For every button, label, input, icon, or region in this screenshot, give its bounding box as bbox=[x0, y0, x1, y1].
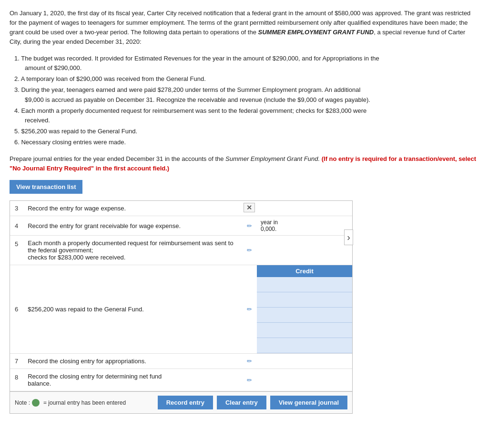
note-section: Note : = journal entry has been entered bbox=[15, 399, 154, 407]
year-in-text: year in0,000. bbox=[261, 219, 278, 232]
list-item: Necessary closing entries were made. bbox=[14, 138, 478, 148]
intro-paragraph: On January 1, 2020, the first day of its… bbox=[10, 9, 478, 47]
numbered-items: The budget was recorded. It provided for… bbox=[14, 54, 478, 148]
row-num: 8 bbox=[10, 369, 23, 391]
row-num: 3 bbox=[10, 201, 23, 216]
view-general-journal-button[interactable]: View general journal bbox=[270, 396, 347, 409]
close-x-container: ✕ bbox=[244, 204, 255, 211]
close-button[interactable]: ✕ bbox=[244, 203, 255, 212]
note-label: Note : bbox=[15, 399, 30, 406]
row-num: 6 bbox=[10, 265, 23, 354]
credit-input[interactable] bbox=[257, 277, 352, 292]
table-row: 3 Record the entry for wage expense. ✏ bbox=[10, 201, 352, 216]
table-row: 8 Record the closing entry for determini… bbox=[10, 369, 352, 391]
green-dot-icon bbox=[32, 399, 40, 407]
credit-input[interactable] bbox=[257, 323, 352, 338]
row-desc: Record the entry for wage expense. bbox=[23, 201, 242, 216]
table-row: 5 Each month a properly documented reque… bbox=[10, 236, 352, 265]
chevron-right-button[interactable]: › bbox=[344, 229, 353, 245]
credit-input[interactable] bbox=[257, 308, 352, 322]
edit-icon[interactable]: ✏ bbox=[242, 236, 257, 265]
list-item: Each month a properly documented request… bbox=[14, 106, 478, 126]
row-num: 5 bbox=[10, 236, 23, 265]
main-panel: 3 Record the entry for wage expense. ✏ 4… bbox=[10, 200, 353, 414]
row-desc: Record the closing entry for determining… bbox=[23, 369, 242, 391]
credit-row[interactable] bbox=[257, 323, 352, 338]
table-wrapper: 3 Record the entry for wage expense. ✏ 4… bbox=[10, 201, 352, 391]
table-row: 7 Record the closing entry for appropria… bbox=[10, 354, 352, 369]
list-item: The budget was recorded. It provided for… bbox=[14, 54, 478, 74]
table-row: 4 Record the entry for grant receivable … bbox=[10, 216, 352, 236]
record-entry-button[interactable]: Record entry bbox=[158, 396, 213, 409]
fund-name-italic: SUMMER EMPLOYMENT GRANT FUND bbox=[258, 29, 374, 36]
intro-section: On January 1, 2020, the first day of its… bbox=[10, 9, 478, 173]
bottom-bar: Note : = journal entry has been entered … bbox=[10, 391, 352, 413]
view-transaction-button[interactable]: View transaction list bbox=[10, 180, 82, 194]
row-desc: $256,200 was repaid to the General Fund. bbox=[23, 265, 242, 354]
row-desc: Each month a properly documented request… bbox=[23, 236, 242, 265]
credit-row[interactable] bbox=[257, 338, 352, 353]
edit-icon[interactable]: ✏ bbox=[242, 265, 257, 354]
credit-row[interactable] bbox=[257, 277, 352, 292]
list-item: During the year, teenagers earned and we… bbox=[14, 85, 478, 105]
edit-icon[interactable]: ✏ bbox=[242, 216, 257, 236]
transaction-table: 3 Record the entry for wage expense. ✏ 4… bbox=[10, 201, 352, 391]
clear-entry-button[interactable]: Clear entry bbox=[217, 396, 266, 409]
edit-icon[interactable]: ✏ bbox=[242, 354, 257, 369]
credit-row[interactable] bbox=[257, 292, 352, 308]
row-num: 4 bbox=[10, 216, 23, 236]
list-item: $256,200 was repaid to the General Fund. bbox=[14, 127, 478, 137]
row-num: 7 bbox=[10, 354, 23, 369]
edit-icon[interactable]: ✏ bbox=[242, 369, 257, 391]
credit-header: Credit bbox=[257, 265, 352, 277]
row-desc: Record the entry for grant receivable fo… bbox=[23, 216, 242, 236]
list-item: A temporary loan of $290,000 was receive… bbox=[14, 74, 478, 84]
note-desc: = journal entry has been entered bbox=[43, 399, 126, 406]
credit-input-area bbox=[257, 277, 352, 353]
table-row: 6 $256,200 was repaid to the General Fun… bbox=[10, 265, 352, 354]
credit-input[interactable] bbox=[257, 338, 352, 353]
prepare-instructions: Prepare journal entries for the year end… bbox=[10, 154, 478, 173]
row-desc: Record the closing entry for appropriati… bbox=[23, 354, 242, 369]
credit-input[interactable] bbox=[257, 292, 352, 307]
credit-row[interactable] bbox=[257, 308, 352, 323]
